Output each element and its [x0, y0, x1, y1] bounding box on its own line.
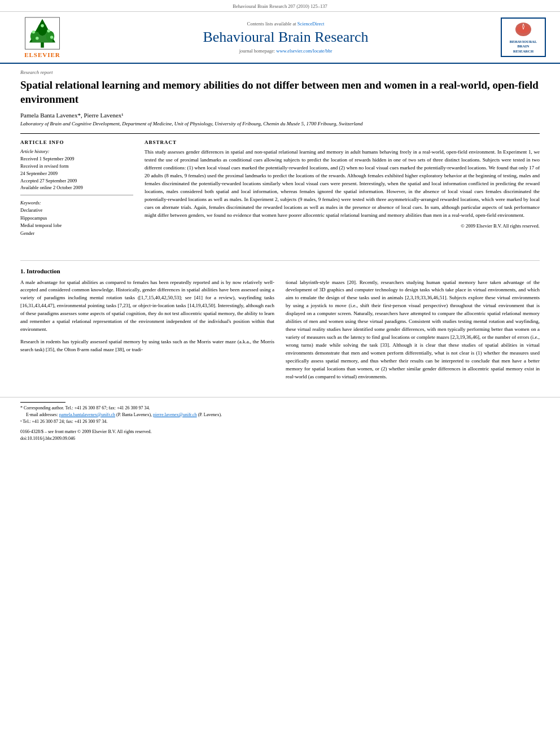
svg-point-8 [47, 29, 50, 33]
article-type: Research report [20, 69, 540, 75]
elsevier-tree-icon [23, 16, 62, 50]
article-authors: Pamela Banta Lavenex*, Pierre Lavenex¹ [20, 112, 540, 119]
bbr-logo-line3: RESEARCH [504, 49, 542, 54]
accepted-date: Accepted 27 September 2009 [20, 177, 133, 185]
intro-right-col: tional labyrinth-style mazes [20]. Recen… [286, 279, 540, 386]
journal-title-block: Contents lists available at ScienceDirec… [73, 21, 498, 54]
keywords-block: Keywords: Declarative Hippocampus Medial… [20, 200, 133, 237]
article-affiliation: Laboratory of Brain and Cognitive Develo… [20, 121, 540, 126]
email-addresses: E-mail addresses: pamela.bantalavenex@un… [20, 412, 540, 418]
intro-right-text: tional labyrinth-style mazes [20]. Recen… [286, 279, 540, 381]
svg-point-10 [41, 24, 44, 28]
available-date: Available online 2 October 2009 [20, 184, 133, 191]
svg-point-6 [32, 30, 36, 34]
bbr-logo-line2: BRAIN [504, 44, 542, 49]
header-banner: ELSEVIER Contents lists available at Sci… [0, 12, 560, 64]
page: Behavioural Brain Research 207 (2010) 12… [0, 0, 560, 747]
intro-left-col: A male advantage for spatial abilities a… [20, 279, 274, 386]
issn-line: 0166-4328/$ – see front matter © 2009 El… [20, 429, 540, 435]
received-date: Received 1 September 2009 [20, 155, 133, 163]
bbr-logo-line1: BEHAVIOURAL [504, 40, 542, 44]
sciencedirect-link[interactable]: ScienceDirect [298, 21, 325, 27]
journal-homepage: journal homepage: www.elsevier.com/locat… [73, 48, 498, 54]
email1-link[interactable]: pamela.bantalavenex@unifr.ch [59, 412, 115, 417]
article-content: Research report Spatial relational learn… [0, 64, 560, 260]
article-footer: * Corresponding author. Tel.: +41 26 300… [0, 397, 560, 448]
keyword-medial-temporal: Medial temporal lobe [20, 222, 133, 230]
article-history: Article history: Received 1 September 20… [20, 148, 133, 191]
intro-section-number: 1. [20, 268, 25, 274]
elsevier-wordmark: ELSEVIER [24, 51, 60, 58]
abstract-col: ABSTRACT This study assesses gender diff… [145, 139, 540, 241]
intro-para2: Research in rodents has typically assess… [20, 338, 274, 354]
keywords-label: Keywords: [20, 200, 133, 206]
info-col-divider [20, 195, 133, 195]
footnote1: ¹ Tel.: +41 26 300 87 24; fax: +41 26 30… [20, 418, 540, 425]
received-revised-label: Received in revised form [20, 163, 133, 170]
intro-section-title: Introduction [27, 268, 60, 274]
introduction-section: 1. Introduction A male advantage for spa… [0, 261, 560, 386]
article-info-label: ARTICLE INFO [20, 139, 133, 145]
copyright-line: © 2009 Elsevier B.V. All rights reserved… [145, 223, 540, 229]
corresponding-note: * Corresponding author. Tel.: +41 26 300… [20, 405, 540, 412]
svg-point-4 [46, 31, 54, 41]
email2-link[interactable]: pierre.lavenex@unifr.ch [153, 412, 197, 417]
abstract-label: ABSTRACT [145, 139, 540, 145]
keyword-hippocampus: Hippocampus [20, 215, 133, 222]
journal-main-title: Behavioural Brain Research [73, 29, 498, 46]
article-info-col: ARTICLE INFO Article history: Received 1… [20, 139, 133, 241]
keyword-gender: Gender [20, 230, 133, 238]
keyword-declarative: Declarative [20, 207, 133, 215]
svg-point-7 [36, 37, 39, 40]
footnote-divider [20, 402, 65, 403]
elsevier-logo: ELSEVIER [11, 16, 73, 58]
journal-homepage-link[interactable]: www.elsevier.com/locate/bbr [276, 48, 332, 54]
svg-point-9 [50, 36, 54, 39]
intro-two-col: A male advantage for spatial abilities a… [20, 279, 540, 386]
doi-line: doi:10.1016/j.bbr.2009.09.046 [20, 435, 540, 442]
abstract-text: This study assesses gender differences i… [145, 148, 540, 219]
received-revised-date: 24 September 2009 [20, 170, 133, 177]
bbr-logo-box: BEHAVIOURAL BRAIN RESEARCH [501, 18, 546, 57]
citation-text: Behavioural Brain Research 207 (2010) 12… [233, 3, 327, 9]
article-title: Spatial relational learning and memory a… [20, 78, 540, 106]
article-info-abstract-section: ARTICLE INFO Article history: Received 1… [20, 133, 540, 241]
contents-line: Contents lists available at ScienceDirec… [73, 21, 498, 27]
intro-section-header: 1. Introduction [20, 268, 540, 274]
history-label: Article history: [20, 148, 133, 154]
bbr-brain-icon [514, 21, 533, 38]
intro-para1: A male advantage for spatial abilities a… [20, 279, 274, 334]
journal-citation: Behavioural Brain Research 207 (2010) 12… [0, 0, 560, 12]
bbr-logo: BEHAVIOURAL BRAIN RESEARCH [498, 18, 549, 57]
